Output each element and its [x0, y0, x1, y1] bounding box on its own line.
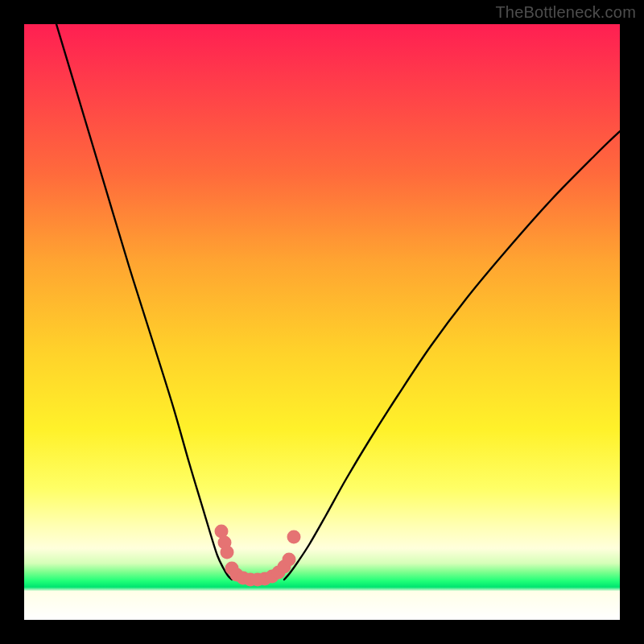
- optimal-point: [221, 546, 234, 559]
- watermark-text: TheBottleneck.com: [495, 3, 636, 22]
- optimal-point: [287, 530, 301, 544]
- optimal-point: [283, 553, 296, 567]
- curve-layer: [24, 24, 620, 620]
- curve-right-arm: [284, 131, 620, 580]
- curve-left-arm: [56, 24, 232, 580]
- plot-area: [24, 24, 620, 620]
- chart-frame: TheBottleneck.com: [0, 0, 644, 644]
